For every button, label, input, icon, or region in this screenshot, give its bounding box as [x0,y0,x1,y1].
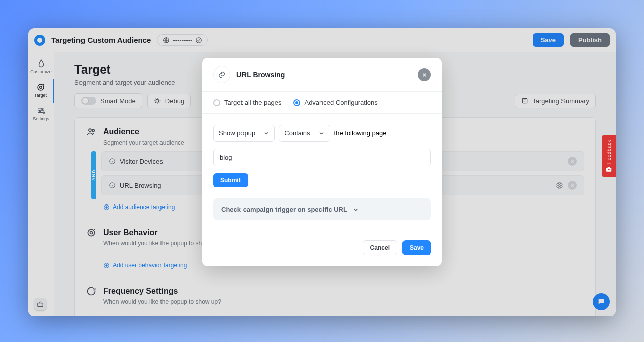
camera-icon [605,166,612,173]
feedback-tab[interactable]: Feedback [602,135,616,177]
radio-icon [293,99,300,106]
radio-icon [213,99,220,106]
check-trigger-row[interactable]: Check campaign trigger on specific URL [213,198,431,220]
link-icon-circle [213,66,230,83]
action-select[interactable]: Show popup [213,125,275,142]
following-text: the following page [334,129,387,137]
close-button[interactable] [418,68,431,81]
svg-point-20 [608,169,610,171]
radio-target-all[interactable]: Target all the pages [213,99,281,106]
cancel-button[interactable]: Cancel [363,240,397,255]
modal-save-button[interactable]: Save [403,240,431,255]
chevron-down-icon [263,130,269,136]
chevron-down-icon [318,130,325,136]
close-icon [422,72,427,78]
url-value-input[interactable] [213,149,431,166]
modal-title: URL Browsing [236,71,412,79]
link-icon [218,71,226,79]
svg-rect-21 [608,167,610,168]
url-browsing-modal: URL Browsing Target all the pages Advanc… [202,58,442,266]
submit-button[interactable]: Submit [213,173,248,187]
match-select[interactable]: Contains [279,125,330,142]
radio-advanced[interactable]: Advanced Configurations [293,99,377,106]
chevron-down-icon [352,206,359,213]
